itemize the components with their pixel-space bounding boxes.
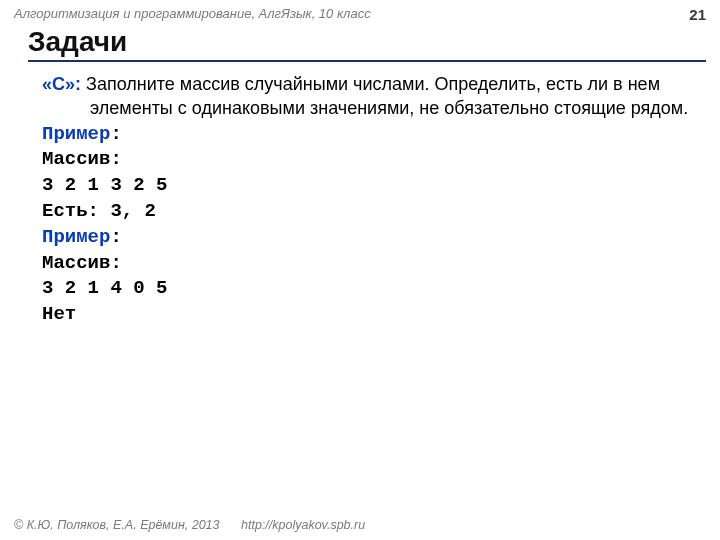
footer: © К.Ю. Поляков, Е.А. Ерёмин, 2013 http:/… <box>14 518 365 532</box>
example-line: 3 2 1 4 0 5 <box>42 276 692 302</box>
footer-url: http://kpolyakov.spb.ru <box>241 518 365 532</box>
example-block-2: Пример: Массив: 3 2 1 4 0 5 Нет <box>42 224 692 328</box>
example-line: Массив: <box>42 147 692 173</box>
example-colon: : <box>110 226 121 248</box>
title-rule: Задачи <box>28 26 706 62</box>
example-line: Массив: <box>42 251 692 277</box>
example-line: Нет <box>42 302 692 328</box>
task-text: Заполните массив случайными числами. Опр… <box>81 74 688 118</box>
example-label: Пример <box>42 123 110 145</box>
header-meta: Алгоритмизация и программирование, АлгЯз… <box>14 6 371 21</box>
example-colon: : <box>110 123 121 145</box>
example-block-1: Пример: Массив: 3 2 1 3 2 5 Есть: 3, 2 <box>42 121 692 225</box>
footer-authors: © К.Ю. Поляков, Е.А. Ерёмин, 2013 <box>14 518 220 532</box>
example-line: Есть: 3, 2 <box>42 199 692 225</box>
slide: Алгоритмизация и программирование, АлгЯз… <box>0 0 720 540</box>
example-label: Пример <box>42 226 110 248</box>
task-block: «С»: Заполните массив случайными числами… <box>42 72 692 121</box>
slide-body: «С»: Заполните массив случайными числами… <box>42 72 692 328</box>
page-title: Задачи <box>28 26 706 58</box>
example-line: 3 2 1 3 2 5 <box>42 173 692 199</box>
task-label: «С»: <box>42 74 81 94</box>
page-number: 21 <box>689 6 706 23</box>
